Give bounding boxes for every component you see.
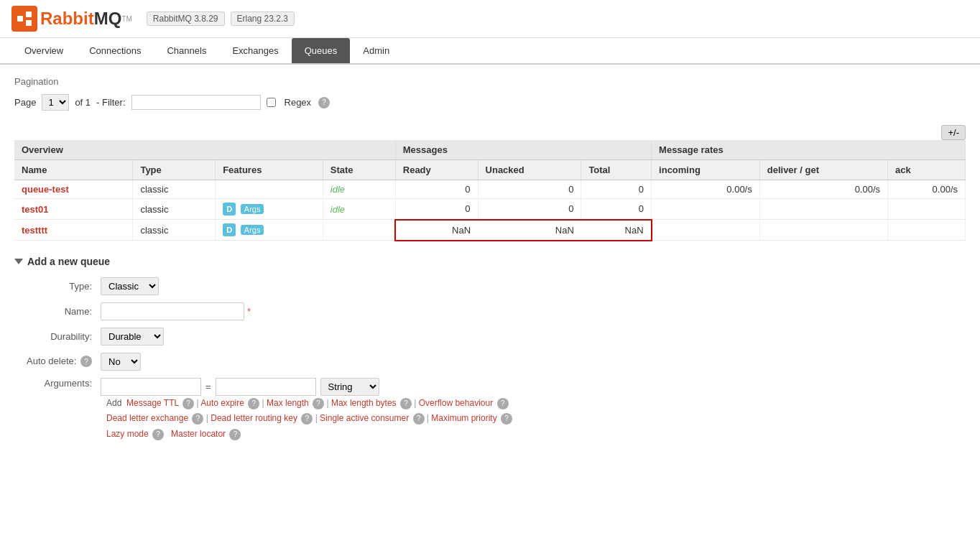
arg-link-max-length[interactable]: Max length [267, 398, 309, 408]
name-label: Name: [14, 306, 101, 317]
overflow-help-icon[interactable]: ? [497, 398, 509, 409]
queue-deliver [759, 199, 887, 220]
nav-exchanges[interactable]: Exchanges [219, 38, 291, 63]
nav-channels[interactable]: Channels [154, 38, 219, 63]
main-content: Pagination Page 1 of 1 - Filter: Regex ?… [0, 65, 980, 460]
queue-name-link[interactable]: test01 [22, 204, 49, 215]
queue-incoming: 0.00/s [652, 180, 760, 199]
arg-link-maximum-priority[interactable]: Maximum priority [431, 413, 496, 423]
arg-link-message-ttl[interactable]: Message TTL [126, 398, 179, 408]
arg-key-input[interactable] [101, 378, 201, 396]
queue-type: classic [133, 220, 216, 241]
auto-delete-select[interactable]: No Yes [101, 353, 141, 371]
queue-features [216, 180, 323, 199]
add-queue-section: Add a new queue Type: Classic Quorum Nam… [14, 256, 966, 443]
queue-name-link[interactable]: testttt [22, 225, 47, 236]
auto-delete-help-icon[interactable]: ? [80, 356, 92, 367]
queues-table: Overview Messages Message rates Name Typ… [14, 140, 966, 241]
nav-admin[interactable]: Admin [350, 38, 402, 63]
auto-expire-help-icon[interactable]: ? [248, 398, 259, 409]
page-label: Page [14, 97, 36, 108]
args-badge[interactable]: Args [241, 225, 264, 235]
queue-total: 0 [581, 199, 652, 220]
queue-state [323, 220, 395, 241]
durability-select[interactable]: Durable Transient [101, 328, 164, 346]
add-label: Add [106, 398, 121, 408]
arg-equals: = [205, 381, 211, 392]
logo-mq: MQ [94, 9, 122, 29]
max-length-bytes-help-icon[interactable]: ? [400, 398, 412, 409]
name-required-star: * [247, 306, 251, 317]
master-locator-help-icon[interactable]: ? [229, 429, 241, 440]
table-header-row: +/- [14, 125, 966, 140]
col-type: Type [133, 160, 216, 180]
single-active-consumer-help-icon[interactable]: ? [413, 413, 425, 425]
arg-link-dead-letter-routing-key[interactable]: Dead letter routing key [211, 413, 297, 423]
arg-link-max-length-bytes[interactable]: Max length bytes [331, 398, 397, 408]
arg-link-master-locator[interactable]: Master locator [171, 429, 226, 439]
lazy-mode-help-icon[interactable]: ? [152, 429, 164, 440]
arg-link-overflow-behaviour[interactable]: Overflow behaviour [419, 398, 493, 408]
plus-minus-button[interactable]: +/- [941, 125, 966, 140]
args-badge[interactable]: Args [241, 204, 264, 214]
queue-deliver [759, 220, 887, 241]
durable-badge[interactable]: D [223, 203, 236, 216]
arg-link-dead-letter-exchange[interactable]: Dead letter exchange [106, 413, 188, 423]
type-select[interactable]: Classic Quorum [101, 277, 159, 295]
regex-help-icon[interactable]: ? [318, 97, 330, 108]
page-select[interactable]: 1 [42, 94, 69, 111]
nav-overview[interactable]: Overview [11, 38, 76, 63]
regex-checkbox[interactable] [267, 98, 276, 107]
pagination-row: Page 1 of 1 - Filter: Regex ? [14, 94, 966, 111]
max-length-help-icon[interactable]: ? [313, 398, 324, 409]
queue-ack [888, 199, 966, 220]
queue-type: classic [133, 180, 216, 199]
col-incoming: incoming [652, 160, 760, 180]
arguments-label: Arguments: [14, 378, 101, 389]
arg-type-select[interactable]: String Number Boolean List [320, 378, 379, 396]
queue-features: D Args [216, 220, 323, 241]
queues-table-section: +/- Overview Messages Message rates Name… [14, 125, 966, 241]
svg-rect-1 [26, 11, 32, 17]
arg-link-single-active-consumer[interactable]: Single active consumer [320, 413, 409, 423]
name-input[interactable] [101, 302, 244, 320]
type-label: Type: [14, 281, 101, 292]
filter-input[interactable] [131, 95, 261, 110]
name-row: Name: * [14, 302, 966, 320]
arg-link-lazy-mode[interactable]: Lazy mode [106, 429, 149, 439]
type-row: Type: Classic Quorum [14, 277, 966, 295]
queue-ready-nan: NaN [395, 220, 478, 241]
add-queue-toggle[interactable]: Add a new queue [14, 256, 966, 267]
add-queue-title: Add a new queue [27, 256, 110, 267]
arguments-row: Arguments: = String Number Boolean List … [14, 378, 966, 443]
maximum-priority-help-icon[interactable]: ? [501, 413, 512, 425]
rabbitmq-version-badge: RabbitMQ 3.8.29 [147, 11, 225, 26]
erlang-version-badge: Erlang 23.2.3 [231, 11, 295, 26]
durable-badge[interactable]: D [223, 223, 236, 236]
durability-row: Durability: Durable Transient [14, 328, 966, 346]
svg-rect-0 [17, 16, 23, 22]
logo: RabbitMQTM [11, 6, 132, 32]
pagination-title: Pagination [14, 76, 966, 87]
nav-queues[interactable]: Queues [292, 38, 351, 63]
regex-label: Regex [285, 97, 312, 108]
queue-name-link[interactable]: queue-test [22, 184, 69, 195]
nav-connections[interactable]: Connections [76, 38, 154, 63]
dead-letter-routing-key-help-icon[interactable]: ? [301, 413, 313, 425]
queue-state: idle [330, 204, 345, 215]
header: RabbitMQTM RabbitMQ 3.8.29 Erlang 23.2.3 [0, 0, 980, 38]
arg-value-input[interactable] [216, 378, 316, 396]
table-row: testttt classic D Args NaN NaN NaN [14, 220, 966, 241]
col-features: Features [216, 160, 323, 180]
queue-features: D Args [216, 199, 323, 220]
dead-letter-exchange-help-icon[interactable]: ? [192, 413, 203, 425]
arg-links: Add Message TTL ? | Auto expire ? | Max … [106, 396, 512, 443]
queue-unacked: 0 [478, 180, 581, 199]
queue-total: 0 [581, 180, 652, 199]
arg-link-auto-expire[interactable]: Auto expire [200, 398, 244, 408]
arguments-controls: = String Number Boolean List Add Message… [101, 378, 512, 443]
queue-incoming [652, 220, 760, 241]
message-ttl-help-icon[interactable]: ? [182, 398, 194, 409]
auto-delete-row: Auto delete: ? No Yes [14, 353, 966, 371]
col-ready: Ready [395, 160, 478, 180]
